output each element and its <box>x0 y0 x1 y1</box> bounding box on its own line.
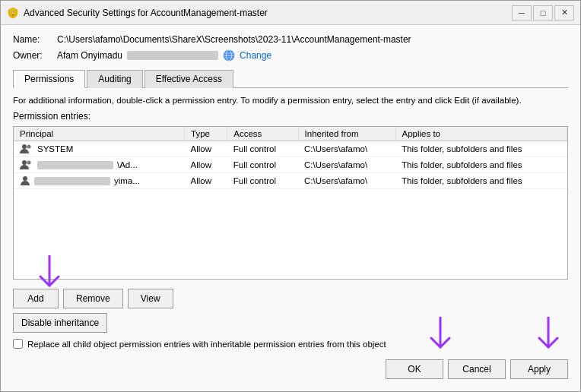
cell-applies: This folder, subfolders and files <box>395 173 567 189</box>
tab-effective-access[interactable]: Effective Access <box>144 70 233 88</box>
cell-inherited: C:\Users\afamo\ <box>298 173 395 189</box>
principal-blurred <box>37 161 113 169</box>
apply-button[interactable]: Apply <box>510 359 568 379</box>
window-icon: 🔒 <box>7 7 19 19</box>
svg-point-6 <box>22 144 27 149</box>
add-button[interactable]: Add <box>13 289 59 308</box>
replace-child-permissions-checkbox[interactable] <box>13 339 23 349</box>
permission-table-wrapper: Principal Type Access Inherited from App… <box>13 126 568 280</box>
cancel-button[interactable]: Cancel <box>448 359 506 379</box>
col-applies: Applies to <box>395 127 567 141</box>
col-type: Type <box>185 127 227 141</box>
cell-type: Allow <box>185 157 227 173</box>
permission-entries-label: Permission entries: <box>13 111 568 122</box>
window-title: Advanced Security Settings for AccountMa… <box>24 8 268 18</box>
col-principal: Principal <box>14 127 185 141</box>
tab-permissions[interactable]: Permissions <box>13 70 85 88</box>
ok-button[interactable]: OK <box>386 359 443 379</box>
minimize-button[interactable]: ─ <box>512 5 532 21</box>
table-row[interactable]: \Ad... Allow Full control C:\Users\afamo… <box>14 157 567 173</box>
title-bar: 🔒 Advanced Security Settings for Account… <box>1 1 580 25</box>
principal-name: SYSTEM <box>37 144 73 153</box>
cell-principal: yima... <box>14 173 185 189</box>
user-icon-2 <box>20 175 30 186</box>
owner-value: Afam Onyimadu Change <box>57 49 271 62</box>
cell-applies: This folder, subfolders and files <box>395 141 567 157</box>
permission-action-buttons: Add Remove View <box>13 289 568 308</box>
cell-access: Full control <box>227 141 298 157</box>
principal-suffix: \Ad... <box>117 160 138 169</box>
change-owner-link[interactable]: Change <box>240 50 271 61</box>
permission-table: Principal Type Access Inherited from App… <box>14 127 567 189</box>
svg-point-7 <box>27 145 31 149</box>
cell-access: Full control <box>227 157 298 173</box>
owner-name: Afam Onyimadu <box>57 50 122 61</box>
table-row[interactable]: SYSTEM Allow Full control C:\Users\afamo… <box>14 141 567 157</box>
checkbox-label: Replace all child object permission entr… <box>27 340 386 349</box>
owner-label: Owner: <box>13 50 51 61</box>
svg-point-8 <box>22 160 27 165</box>
maximize-button[interactable]: □ <box>533 5 553 21</box>
name-value: C:\Users\afamo\Documents\ShareX\Screensh… <box>57 34 411 45</box>
disable-inheritance-row: Disable inheritance <box>13 313 568 333</box>
title-controls: ─ □ ✕ <box>512 5 574 21</box>
table-row[interactable]: yima... Allow Full control C:\Users\afam… <box>14 173 567 189</box>
tab-auditing[interactable]: Auditing <box>87 70 142 88</box>
name-row: Name: C:\Users\afamo\Documents\ShareX\Sc… <box>13 34 568 45</box>
checkbox-row: Replace all child object permission entr… <box>13 339 568 349</box>
tabs-row: Permissions Auditing Effective Access <box>13 69 568 88</box>
title-bar-left: 🔒 Advanced Security Settings for Account… <box>7 7 268 19</box>
name-label: Name: <box>13 34 51 45</box>
principal-blurred-2 <box>34 177 110 185</box>
owner-row: Owner: Afam Onyimadu Change <box>13 49 568 62</box>
svg-point-9 <box>27 161 31 165</box>
remove-button[interactable]: Remove <box>63 289 123 308</box>
cell-type: Allow <box>185 173 227 189</box>
user-group-icon <box>20 144 33 154</box>
cell-principal: \Ad... <box>14 157 185 173</box>
col-access: Access <box>227 127 298 141</box>
owner-blurred <box>127 51 218 60</box>
cell-principal: SYSTEM <box>14 141 185 157</box>
bottom-buttons-row: OK Cancel Apply <box>13 359 568 382</box>
cell-inherited: C:\Users\afamo\ <box>298 157 395 173</box>
disable-inheritance-button[interactable]: Disable inheritance <box>13 313 107 333</box>
col-inherited: Inherited from <box>298 127 395 141</box>
cell-inherited: C:\Users\afamo\ <box>298 141 395 157</box>
user-icon <box>20 160 33 170</box>
info-text: For additional information, double-click… <box>13 96 568 105</box>
cell-type: Allow <box>185 141 227 157</box>
dialog-content: Name: C:\Users\afamo\Documents\ShareX\Sc… <box>1 25 580 391</box>
svg-point-10 <box>23 176 27 181</box>
svg-text:🔒: 🔒 <box>9 9 17 17</box>
principal-suffix-2: yima... <box>114 176 140 185</box>
cell-applies: This folder, subfolders and files <box>395 157 567 173</box>
main-window: 🔒 Advanced Security Settings for Account… <box>0 0 581 392</box>
view-button[interactable]: View <box>128 289 173 308</box>
close-button[interactable]: ✕ <box>554 5 574 21</box>
cell-access: Full control <box>227 173 298 189</box>
globe-icon <box>223 49 235 62</box>
table-header-row: Principal Type Access Inherited from App… <box>14 127 567 141</box>
